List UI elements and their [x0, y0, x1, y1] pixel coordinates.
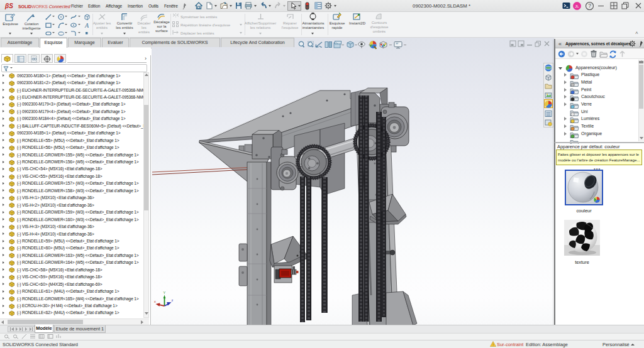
svg-text:Y: Y: [164, 291, 166, 295]
svg-text:A: A: [84, 22, 89, 28]
svg-text:?: ?: [588, 3, 591, 9]
svg-text:z: z: [172, 298, 174, 302]
svg-text:JL: JL: [575, 4, 579, 8]
svg-text:x: x: [154, 300, 156, 303]
